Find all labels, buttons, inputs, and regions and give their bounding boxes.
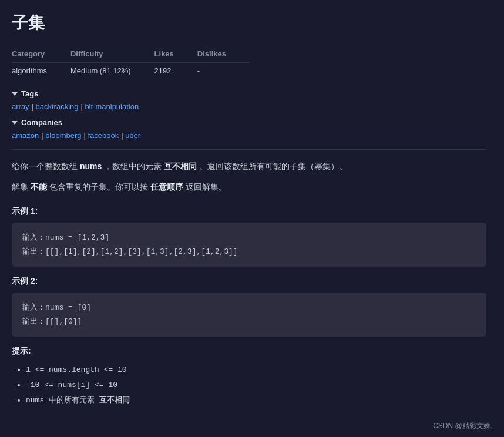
- example2-code-block: 输入：nums = [0] 输出：[[],[0]]: [12, 293, 486, 337]
- info-table: Category Difficulty Likes Dislikes algor…: [12, 46, 250, 79]
- hint-item-3: nums 中的所有元素 互不相同: [26, 393, 486, 408]
- companies-header: Companies: [12, 118, 486, 127]
- example1-title: 示例 1:: [12, 206, 486, 217]
- main-container: 子集 Category Difficulty Likes Dislikes al…: [0, 0, 504, 420]
- cell-dislikes: -: [197, 62, 250, 79]
- col-header-category: Category: [12, 46, 70, 62]
- example1-input: 输入：nums = [1,2,3]: [22, 231, 476, 244]
- cell-likes: 2192: [154, 62, 197, 79]
- example2-input: 输入：nums = [0]: [22, 301, 476, 314]
- footer-brand: CSDN @精彩文姝.: [433, 421, 492, 431]
- example1-code-block: 输入：nums = [1,2,3] 输出：[[],[1],[2],[1,2],[…: [12, 223, 486, 267]
- tags-label: Tags: [21, 89, 38, 98]
- col-header-difficulty: Difficulty: [70, 46, 154, 62]
- hint-item-3-prefix: nums 中的所有元素: [26, 396, 99, 405]
- hints-section: 提示: 1 <= nums.length <= 10 -10 <= nums[i…: [12, 346, 486, 408]
- hints-list: 1 <= nums.length <= 10 -10 <= nums[i] <=…: [12, 362, 486, 408]
- company-link-amazon[interactable]: amazon: [12, 131, 39, 140]
- company-link-bloomberg[interactable]: bloomberg: [45, 131, 81, 140]
- tags-header: Tags: [12, 89, 486, 98]
- example2-title: 示例 2:: [12, 276, 486, 287]
- tags-links: array | backtracking | bit-manipulation: [12, 102, 486, 111]
- cell-category: algorithms: [12, 62, 70, 79]
- divider: [12, 149, 486, 150]
- example1-output: 输出：[[],[1],[2],[1,2],[3],[1,3],[2,3],[1,…: [22, 245, 476, 258]
- hint-item-2: -10 <= nums[i] <= 10: [26, 378, 486, 393]
- description-line2: 解集 不能 包含重复的子集。你可以按 任意顺序 返回解集。: [12, 180, 486, 194]
- example2-section: 示例 2: 输入：nums = [0] 输出：[[],[0]]: [12, 276, 486, 337]
- tags-section: Tags array | backtracking | bit-manipula…: [12, 89, 486, 111]
- example1-section: 示例 1: 输入：nums = [1,2,3] 输出：[[],[1],[2],[…: [12, 206, 486, 267]
- cell-difficulty: Medium (81.12%): [70, 62, 154, 79]
- example2-output: 输出：[[],[0]]: [22, 315, 476, 328]
- hint-item-3-bold: 互不相同: [99, 396, 130, 405]
- tag-link-array[interactable]: array: [12, 102, 29, 111]
- companies-section: Companies amazon | bloomberg | facebook …: [12, 118, 486, 140]
- companies-links: amazon | bloomberg | facebook | uber: [12, 130, 486, 140]
- hints-title: 提示:: [12, 346, 486, 357]
- separator-1: |: [32, 102, 36, 111]
- company-link-facebook[interactable]: facebook: [88, 131, 119, 140]
- tag-link-bit-manipulation[interactable]: bit-manipulation: [85, 102, 139, 111]
- table-row: algorithms Medium (81.12%) 2192 -: [12, 62, 250, 79]
- companies-label: Companies: [21, 118, 62, 127]
- col-header-dislikes: Dislikes: [197, 46, 250, 62]
- page-title: 子集: [12, 12, 486, 34]
- tag-link-backtracking[interactable]: backtracking: [36, 102, 79, 111]
- tags-triangle-icon: [12, 92, 18, 96]
- company-link-uber[interactable]: uber: [125, 131, 140, 140]
- hint-item-1: 1 <= nums.length <= 10: [26, 362, 486, 378]
- companies-triangle-icon: [12, 121, 18, 125]
- description-line1: 给你一个整数数组 nums ，数组中的元素 互不相同 。返回该数组所有可能的子集…: [12, 159, 486, 174]
- col-header-likes: Likes: [154, 46, 197, 62]
